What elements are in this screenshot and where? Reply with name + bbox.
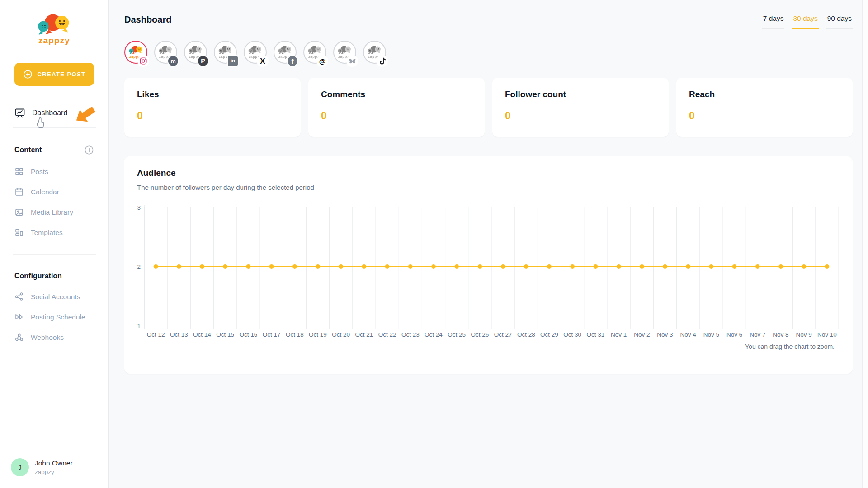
sidebar-item-label: Dashboard (32, 109, 67, 117)
pinterest-icon: P (197, 55, 209, 67)
avatar: J (11, 458, 29, 476)
x-icon: X (257, 55, 269, 67)
create-post-label: CREATE POST (38, 71, 86, 78)
fast-forward-icon (14, 312, 24, 322)
sidebar-item-label: Media Library (31, 208, 73, 216)
svg-text:1: 1 (137, 323, 141, 329)
sidebar-item-label: Social Accounts (31, 293, 80, 301)
plus-circle-icon (23, 70, 33, 79)
section-configuration: Configuration (0, 272, 108, 280)
svg-text:Oct 12: Oct 12 (147, 331, 165, 338)
svg-text:Oct 13: Oct 13 (170, 331, 188, 338)
tab-7-days[interactable]: 7 days (762, 11, 785, 29)
account-threads[interactable]: @ (303, 41, 326, 64)
user-menu[interactable]: J John Owner zappzy (0, 449, 108, 488)
calendar-icon (14, 187, 24, 197)
sidebar-divider (13, 254, 96, 255)
svg-text:Nov 10: Nov 10 (817, 331, 837, 338)
svg-text:Nov 5: Nov 5 (703, 331, 719, 338)
svg-text:Oct 14: Oct 14 (193, 331, 211, 338)
account-x[interactable]: X (244, 41, 267, 64)
account-instagram[interactable] (124, 41, 147, 64)
svg-text:Oct 23: Oct 23 (401, 331, 420, 338)
stat-value: 0 (689, 110, 840, 122)
stat-title: Likes (137, 89, 288, 99)
svg-text:Nov 8: Nov 8 (773, 331, 788, 338)
svg-text:Oct 17: Oct 17 (263, 331, 281, 338)
user-name: John Owner (35, 459, 73, 467)
section-title: Content (14, 146, 42, 154)
sidebar-item-social-accounts[interactable]: Social Accounts (0, 286, 108, 307)
svg-text:Oct 25: Oct 25 (448, 331, 466, 338)
tab-90-days[interactable]: 90 days (826, 11, 853, 29)
hand-cursor-icon (35, 117, 45, 130)
svg-text:Oct 26: Oct 26 (471, 331, 489, 338)
svg-text:Oct 15: Oct 15 (216, 331, 234, 338)
svg-text:Nov 3: Nov 3 (657, 331, 673, 338)
range-tabs: 7 days 30 days 90 days (762, 11, 853, 29)
tab-30-days[interactable]: 30 days (792, 11, 818, 29)
stat-card-follower-count: Follower count 0 (492, 78, 669, 137)
sidebar-item-label: Posts (31, 168, 48, 176)
chart-title: Audience (135, 168, 842, 178)
zappzy-logo-icon (34, 11, 74, 46)
page-title: Dashboard (124, 14, 171, 25)
account-facebook[interactable]: f (274, 41, 297, 64)
stat-card-comments: Comments 0 (308, 78, 485, 137)
scrollbar[interactable] (862, 0, 868, 488)
svg-text:Oct 19: Oct 19 (309, 331, 327, 338)
stat-card-likes: Likes 0 (124, 78, 301, 137)
chart-subtitle: The number of followers per day during t… (135, 183, 842, 191)
svg-text:Oct 20: Oct 20 (332, 331, 350, 338)
sidebar-item-posting-schedule[interactable]: Posting Schedule (0, 307, 108, 327)
sidebar-divider (13, 127, 96, 128)
svg-text:Oct 30: Oct 30 (563, 331, 581, 338)
social-accounts-row: mPinXf@ (124, 41, 853, 64)
svg-text:Nov 1: Nov 1 (611, 331, 627, 338)
bluesky-icon (346, 55, 358, 67)
svg-text:Oct 16: Oct 16 (240, 331, 258, 338)
main-content: Dashboard 7 days 30 days 90 days mPinXf@… (109, 0, 868, 488)
chart-zoom-hint: You can drag the chart to zoom. (135, 343, 842, 350)
add-content-button[interactable] (84, 145, 94, 155)
sidebar-item-label: Calendar (31, 188, 59, 196)
sidebar-item-posts[interactable]: Posts (0, 161, 108, 182)
account-bluesky[interactable] (333, 41, 356, 64)
webhook-icon (14, 333, 24, 342)
sidebar-item-media-library[interactable]: Media Library (0, 202, 108, 222)
section-title: Configuration (14, 272, 62, 280)
sidebar-item-webhooks[interactable]: Webhooks (0, 327, 108, 347)
account-pinterest[interactable]: P (184, 41, 207, 64)
sidebar: CREATE POST Dashboard Content Posts Cale… (0, 0, 109, 488)
svg-text:Oct 29: Oct 29 (540, 331, 558, 338)
svg-text:2: 2 (137, 263, 141, 270)
image-icon (14, 207, 24, 217)
grid-icon (14, 167, 24, 176)
svg-text:3: 3 (137, 204, 141, 211)
svg-text:Nov 7: Nov 7 (750, 331, 765, 338)
stat-value: 0 (137, 110, 288, 122)
stat-title: Comments (321, 89, 472, 99)
create-post-button[interactable]: CREATE POST (14, 63, 94, 86)
sidebar-item-templates[interactable]: Templates (0, 222, 108, 243)
templates-icon (14, 228, 24, 237)
account-tiktok[interactable] (363, 41, 386, 64)
stat-title: Reach (689, 89, 840, 99)
plus-circle-icon (84, 145, 94, 155)
sidebar-item-dashboard[interactable]: Dashboard (0, 101, 108, 127)
svg-text:Oct 24: Oct 24 (425, 331, 443, 338)
pointer-arrow-icon (73, 105, 97, 127)
account-linkedin[interactable]: in (214, 41, 237, 64)
tiktok-icon (376, 55, 388, 67)
account-mastodon[interactable]: m (154, 41, 177, 64)
audience-line-chart[interactable]: 321Oct 12Oct 13Oct 14Oct 15Oct 16Oct 17O… (135, 201, 842, 342)
svg-text:Oct 18: Oct 18 (286, 331, 304, 338)
svg-text:Oct 22: Oct 22 (378, 331, 396, 338)
stat-value: 0 (505, 110, 656, 122)
sidebar-item-label: Posting Schedule (31, 313, 85, 321)
audience-chart-card: Audience The number of followers per day… (124, 156, 853, 374)
app-logo (0, 0, 108, 46)
stat-card-reach: Reach 0 (676, 78, 853, 137)
sidebar-item-calendar[interactable]: Calendar (0, 182, 108, 202)
facebook-icon: f (287, 55, 298, 67)
